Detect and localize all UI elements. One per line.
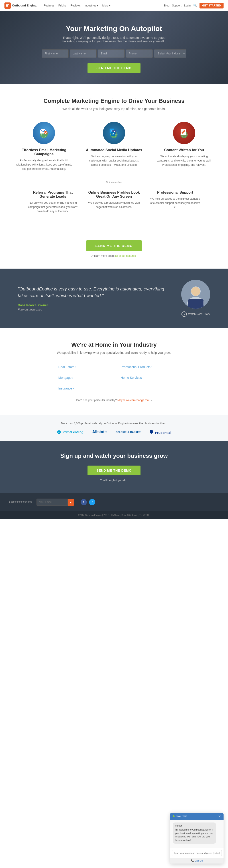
bottom-cta-tagline: You'll be glad you did. — [13, 478, 215, 482]
subscribe-input[interactable] — [37, 499, 68, 506]
custom-industry-link[interactable]: Maybe we can change that. — [117, 399, 150, 402]
middle-cta-button[interactable]: SEND ME THE DEMO — [86, 240, 142, 251]
feature-content: Content Written for You We automatically… — [153, 122, 215, 171]
learn-more-suffix: › — [136, 254, 138, 257]
testimonial-text: "OutboundEngine is very easy to use. Eve… — [18, 285, 170, 311]
learn-more-prefix: Or learn more about — [90, 254, 115, 257]
logo[interactable]: Outbound Engine. — [4, 2, 37, 9]
subscribe-label: Subscribe to our blog — [9, 500, 32, 504]
subscribe-text: Subscribe to our blog — [9, 500, 32, 503]
hero-subtitle: That's right. We'll personally design, t… — [58, 36, 170, 43]
footer: Subscribe to our blog f t — [0, 493, 228, 511]
testimonial-image-area: Watch Ross' Story — [181, 280, 210, 317]
last-name-input[interactable] — [70, 49, 97, 58]
custom-industry-prefix: Don't see your particular industry? — [76, 399, 117, 402]
nav-login[interactable]: Login — [184, 4, 191, 7]
prime-lending-text: PrimeLending — [63, 430, 83, 434]
nav-features[interactable]: Features — [44, 4, 54, 7]
industry-insurance[interactable]: Insurance — [58, 385, 107, 392]
facebook-icon[interactable]: f — [81, 499, 87, 505]
divider: Not to mention — [27, 180, 201, 184]
content-icon — [173, 122, 195, 144]
industry-heading: We're at Home in Your Industry — [18, 341, 210, 348]
feature-referral: Referral Programs That Generate Leads No… — [27, 190, 79, 214]
learn-more-link[interactable]: all of our features — [115, 254, 136, 257]
nav-blog[interactable]: Blog — [164, 4, 169, 7]
feature-support-desc: We hold ourselves to the highest standar… — [149, 197, 201, 210]
nav-pricing[interactable]: Pricing — [58, 4, 67, 7]
feature-social-desc: Start an ongoing conversation with your … — [86, 154, 143, 167]
hero-form: Select Your Industry... — [9, 49, 219, 58]
feature-social-title: Automated Social Media Updates — [86, 148, 143, 152]
nav-industries[interactable]: Industries ▾ — [85, 4, 98, 7]
industry-promotional[interactable]: Promotional Products — [121, 363, 170, 371]
logo-icon — [4, 2, 11, 9]
twitter-icon[interactable]: t — [89, 499, 95, 505]
not-mention-label: Not to mention — [103, 181, 125, 184]
industry-real-estate[interactable]: Real Estate — [58, 363, 107, 371]
prudential-logo: Prudential — [150, 429, 172, 435]
nav-more[interactable]: More ▾ — [102, 4, 110, 7]
logo-list: P PrimeLending Allstate COLDWELL BANKER … — [13, 429, 215, 435]
secondary-features-grid: Referral Programs That Generate Leads No… — [27, 190, 201, 214]
feature-support: Professional Support We hold ourselves t… — [149, 190, 201, 214]
hero-title: Your Marketing On Autopilot — [9, 25, 219, 33]
bottom-cta-heading: Sign up and watch your business grow — [13, 453, 215, 459]
search-icon[interactable]: 🔍 — [193, 4, 197, 7]
footer-copyright: ©2014 OutboundEngine | 200 E. 6th Street… — [0, 511, 228, 519]
feature-support-title: Professional Support — [149, 190, 201, 194]
coldwell-text: COLDWELL BANKER — [116, 431, 141, 433]
cta-middle-section: SEND ME THE DEMO Or learn more about all… — [0, 234, 228, 269]
nav-links: Features Pricing Reviews Industries ▾ Mo… — [44, 4, 164, 7]
custom-industry-text: Don't see your particular industry? Mayb… — [18, 399, 210, 402]
feature-social: t f in Automated Social Media Updates St… — [83, 122, 145, 171]
watch-story-button[interactable]: Watch Ross' Story — [181, 311, 210, 317]
allstate-text: Allstate — [92, 430, 107, 434]
industry-select[interactable]: Select Your Industry... — [154, 49, 186, 58]
svg-rect-27 — [188, 299, 203, 309]
subscribe-form — [37, 499, 74, 506]
feature-referral-title: Referral Programs That Generate Leads — [27, 190, 79, 198]
feature-profiles: Online Business Profiles Look Great On A… — [88, 190, 140, 214]
bottom-cta-section: Sign up and watch your business grow SEN… — [0, 441, 228, 493]
copyright-text: ©2014 OutboundEngine | 200 E. 6th Street… — [78, 514, 150, 517]
subscribe-button[interactable] — [68, 499, 74, 506]
feature-content-desc: We automatically deploy your marketing c… — [156, 154, 213, 167]
phone-input[interactable] — [126, 49, 153, 58]
first-name-input[interactable] — [42, 49, 69, 58]
features-subheading: We do all the work so you look great, st… — [13, 107, 215, 111]
testimonial-section: "OutboundEngine is very easy to use. Eve… — [0, 269, 228, 328]
logos-heading: More than 3,000 professionals rely on Ou… — [13, 422, 215, 425]
features-heading: Complete Marketing Engine to Drive Your … — [13, 97, 215, 104]
nav-right: Blog Support Login 🔍 GET STARTED — [164, 3, 224, 8]
email-icon — [33, 122, 55, 144]
social-icon: t f in — [103, 122, 125, 144]
feature-referral-desc: Not only will you get an online marketin… — [27, 201, 79, 214]
nav-reviews[interactable]: Reviews — [71, 4, 81, 7]
feature-profiles-title: Online Business Profiles Look Great On A… — [88, 190, 140, 198]
not-mention-section: Not to mention Referral Programs That Ge… — [13, 180, 215, 225]
testimonial-avatar — [181, 280, 210, 309]
feature-email-title: Effortless Email Marketing Campaigns — [15, 148, 72, 156]
industry-links-grid: Real Estate Promotional Products Mortgag… — [58, 363, 170, 392]
watch-story-label: Watch Ross' Story — [188, 313, 210, 316]
learn-more-text: Or learn more about all of our features … — [13, 254, 215, 257]
hero-section: Your Marketing On Autopilot That's right… — [0, 11, 228, 84]
industry-mortgage[interactable]: Mortgage — [58, 374, 107, 381]
svg-text:P: P — [58, 431, 60, 433]
svg-point-31 — [150, 430, 153, 434]
social-icons: f t — [81, 499, 95, 505]
feature-email-desc: Professionally designed emails that buil… — [15, 158, 72, 171]
industry-home-services[interactable]: Home Services — [121, 374, 170, 381]
testimonial-quote: "OutboundEngine is very easy to use. Eve… — [18, 285, 170, 299]
bottom-cta-button[interactable]: SEND ME THE DEMO — [87, 466, 141, 475]
hero-content: Your Marketing On Autopilot That's right… — [9, 25, 219, 73]
industry-subheading: We specialize in knowing what you specia… — [18, 351, 210, 354]
nav-support[interactable]: Support — [172, 4, 182, 7]
feature-content-title: Content Written for You — [156, 148, 213, 152]
email-input[interactable] — [98, 49, 125, 58]
logo-text: Outbound Engine. — [12, 4, 37, 7]
testimonial-company: Farmers Insurance — [18, 308, 170, 311]
hero-cta-button[interactable]: SEND ME THE DEMO — [87, 63, 141, 73]
get-started-button[interactable]: GET STARTED — [199, 3, 224, 8]
